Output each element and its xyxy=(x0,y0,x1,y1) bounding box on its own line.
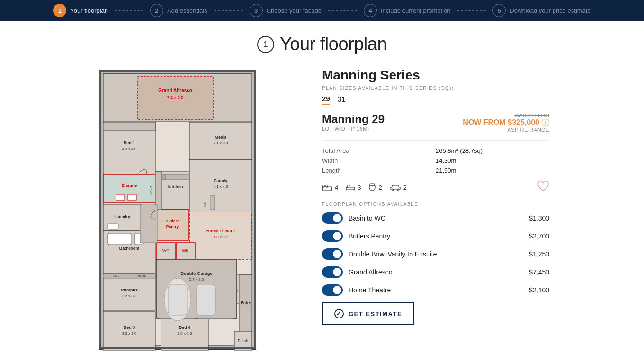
svg-text:Ensuite: Ensuite xyxy=(122,183,137,188)
beds-icon-item: 4 xyxy=(322,184,338,191)
plan-header: Manning 29 LOT WIDTH* 16M+ WAS $380,000 … xyxy=(322,113,549,132)
floorplan-container: Grand Alfresco 7.2 x 3.5 Bed 1 4.3 x 4.9… xyxy=(95,63,294,358)
svg-text:4.3 x 4.9: 4.3 x 4.9 xyxy=(122,147,137,151)
toilet-count: 2 xyxy=(378,184,382,191)
step-2-number: 2 xyxy=(150,4,163,17)
page-title: Your floorplan xyxy=(280,34,387,54)
bed-icon xyxy=(322,184,332,191)
bath-icon xyxy=(346,183,355,192)
spec-length-label: Length xyxy=(322,167,436,174)
step-5-number: 5 xyxy=(492,4,506,17)
car-icon-item: 2 xyxy=(390,184,407,191)
option-double-bowl-vanity-price: $1,250 xyxy=(529,250,549,258)
svg-text:4.1 x 4.0: 4.1 x 4.0 xyxy=(214,185,228,189)
get-estimate-label: GET ESTIMATE xyxy=(349,310,402,318)
svg-rect-12 xyxy=(116,194,125,200)
plan-size-31[interactable]: 31 xyxy=(338,95,346,105)
nav-dots-3-4 xyxy=(328,10,357,11)
step-5-label: Download your price estimate xyxy=(510,7,590,14)
option-double-bowl-vanity-name: Double Bowl Vanity to Ensuite xyxy=(349,250,523,258)
option-home-theatre-name: Home Theatre xyxy=(349,286,523,294)
nav-step-2[interactable]: 2 Add essentials xyxy=(150,4,207,17)
svg-rect-58 xyxy=(103,311,155,350)
car-count: 2 xyxy=(403,184,407,191)
details-panel: Manning Series PLAN SIZES AVAILABLE IN T… xyxy=(322,63,549,358)
option-grand-alfresco-name: Grand Alfresco xyxy=(349,268,523,276)
spec-length-value: 21.90m xyxy=(436,167,549,174)
top-navigation: 1 Your floorplan 2 Add essentials 3 Choo… xyxy=(0,0,644,21)
option-butlers-pantry-price: $2,700 xyxy=(529,232,549,240)
svg-rect-76 xyxy=(254,70,256,349)
svg-rect-75 xyxy=(99,70,101,349)
toggle-home-theatre[interactable] xyxy=(322,284,343,296)
svg-text:Grand Alfresco: Grand Alfresco xyxy=(158,88,192,93)
step-3-number: 3 xyxy=(250,4,263,17)
was-price: WAS $380,000 xyxy=(463,113,549,118)
page-title-section: 1 Your floorplan xyxy=(0,21,644,63)
svg-rect-73 xyxy=(197,284,215,315)
step-4-label: Include current promotion xyxy=(381,7,450,14)
svg-text:Entry: Entry xyxy=(241,300,251,305)
now-price-wrap: NOW FROM $325,000 i xyxy=(463,118,549,127)
svg-text:5.7 x 8.0: 5.7 x 8.0 xyxy=(189,277,204,282)
svg-rect-87 xyxy=(370,184,375,186)
svg-text:Family: Family xyxy=(214,178,228,183)
svg-text:WC: WC xyxy=(162,248,169,253)
plan-size-29[interactable]: 29 xyxy=(322,95,330,105)
svg-text:Double Garage: Double Garage xyxy=(180,271,213,276)
favorite-button[interactable] xyxy=(537,181,549,194)
svg-text:Rumpus: Rumpus xyxy=(121,288,138,292)
svg-text:Bed 4: Bed 4 xyxy=(179,325,191,330)
option-home-theatre: Home Theatre $2,100 xyxy=(322,284,549,296)
svg-rect-13 xyxy=(128,194,136,200)
lot-width: LOT WIDTH* 16M+ xyxy=(322,126,385,132)
toggle-double-bowl-vanity[interactable] xyxy=(322,248,343,260)
svg-text:Porch: Porch xyxy=(238,338,248,343)
svg-text:Bed 3: Bed 3 xyxy=(124,325,135,330)
svg-text:4.0 x 3.7: 4.0 x 3.7 xyxy=(214,235,228,239)
toggle-basin-to-wc[interactable] xyxy=(322,212,343,224)
svg-rect-72 xyxy=(168,284,187,315)
toggle-butlers-pantry[interactable] xyxy=(322,230,343,242)
range-label: ASPIRE RANGE xyxy=(463,127,549,132)
svg-rect-78 xyxy=(99,347,256,349)
bath-count: 3 xyxy=(358,184,361,191)
nav-step-5[interactable]: 5 Download your price estimate xyxy=(492,4,590,17)
floorplan-image: Grand Alfresco 7.2 x 3.5 Bed 1 4.3 x 4.9… xyxy=(95,63,294,358)
spec-width-value: 14.30m xyxy=(436,157,549,164)
favorite-section xyxy=(537,181,549,194)
toilet-icon xyxy=(368,183,376,192)
svg-text:3.2 x 3.3: 3.2 x 3.3 xyxy=(122,294,137,298)
car-icon xyxy=(390,184,401,191)
svg-rect-11 xyxy=(103,122,155,131)
check-icon: ✓ xyxy=(334,309,344,318)
nav-step-1[interactable]: 1 Your floorplan xyxy=(53,4,108,17)
option-grand-alfresco-price: $7,450 xyxy=(529,268,549,276)
svg-text:Home Theatre: Home Theatre xyxy=(206,229,235,233)
spec-width-label: Width xyxy=(322,157,436,164)
option-basin-to-wc-name: Basin to WC xyxy=(349,214,523,222)
info-icon[interactable]: i xyxy=(542,119,549,126)
svg-text:Bathroom: Bathroom xyxy=(119,246,140,251)
svg-rect-84 xyxy=(346,187,355,190)
spec-total-area-label: Total Area xyxy=(322,147,436,154)
svg-rect-43 xyxy=(155,172,162,210)
icons-row: 4 3 2 xyxy=(322,181,549,194)
bath-icon-item: 3 xyxy=(346,183,361,192)
svg-text:Kitchen: Kitchen xyxy=(167,185,183,189)
bed-count: 4 xyxy=(335,184,338,191)
svg-rect-45 xyxy=(211,195,215,210)
step-1-label: Your floorplan xyxy=(70,7,108,14)
options-label: FLOORPLAN OPTIONS AVAILABLE xyxy=(322,202,549,207)
toggle-grand-alfresco[interactable] xyxy=(322,266,343,278)
series-title: Manning Series xyxy=(322,68,549,83)
plan-sizes-label: PLAN SIZES AVAILABLE IN THIS SERIES (SQ)… xyxy=(322,86,549,91)
svg-text:7.1 x 3.0: 7.1 x 3.0 xyxy=(214,141,228,145)
nav-step-3[interactable]: 3 Choose your facade xyxy=(250,4,322,17)
nav-step-4[interactable]: 4 Include current promotion xyxy=(364,4,450,17)
get-estimate-button[interactable]: ✓ GET ESTIMATE xyxy=(322,302,414,325)
option-basin-to-wc-price: $1,300 xyxy=(529,214,549,222)
svg-rect-77 xyxy=(99,70,256,72)
nav-dots-1-2 xyxy=(115,10,143,11)
svg-text:Bed 1: Bed 1 xyxy=(124,141,135,145)
